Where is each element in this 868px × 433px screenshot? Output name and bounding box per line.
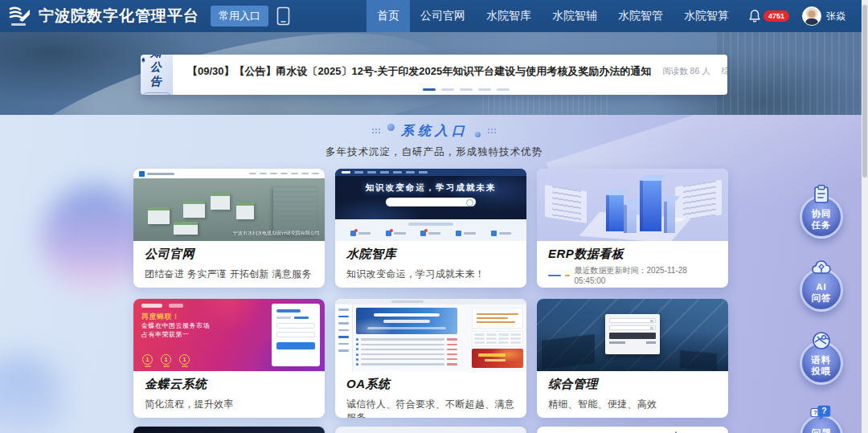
kingdee-banner-line: 占有率荣获第一 [141,331,190,338]
notice-carousel-dots [423,88,510,91]
kingdee-login-panel [272,304,320,366]
card-title: 水院智库 [346,247,515,262]
dash-decor [565,275,571,276]
float-button-corpus-feed[interactable]: 语料 投喂 [794,329,849,385]
float-button-label: 问题 [812,427,832,433]
clipboard-icon [810,183,833,206]
float-button-collab-tasks[interactable]: 协同 任务 [794,183,849,239]
dash-decor [548,275,561,276]
nav-item-home[interactable]: 首页 [366,0,410,32]
notice-more-button[interactable]: 更多 [141,92,173,95]
carousel-dot[interactable] [423,88,436,91]
announcement-read-count: 阅读数 86 人 [662,66,710,77]
background-blob-2 [0,356,64,433]
card-title: 综合管理 [548,377,717,392]
card-comprehensive-management[interactable]: 综合管理 精细、智能、便捷、高效 [537,299,728,418]
float-button-label: 语料 [812,354,832,366]
medal-icon: 1 [161,354,171,365]
card-description: 知识改变命运，学习成就未来！ [346,268,515,281]
erp-update-time-row: 最近数据更新时间：2025-11-28 05:45:00 [548,265,717,285]
nav-item-company-site[interactable]: 公司官网 [410,0,476,32]
notice-title: 通知公告 [150,55,173,89]
nav-item-thinktank[interactable]: 水院智库 [476,0,542,32]
float-button-ai-qa[interactable]: AI 问答 [794,256,849,312]
dot-grid-decor [487,128,497,135]
card-title: 金蝶云系统 [145,377,313,392]
svg-text:?: ? [813,409,817,416]
next-row-card-tops [133,427,728,433]
page: 宁波院数字化管理平台 常用入口 首页 公司官网 水院智库 水院智辅 水院智管 水… [0,0,868,433]
logo-icon [8,4,32,28]
page-scrollbar[interactable] [862,0,868,433]
float-button-label: AI [816,281,827,292]
card-title: OA系统 [346,377,515,392]
main-content: 系统入口 多年技术沉淀，自研产品，形成独特技术优势 宁波市水利水电规划设计研究院… [0,115,868,433]
app-title: 宁波院数字化管理平台 [39,6,199,27]
notification-badge: 4751 [764,10,789,22]
card-stub[interactable] [133,427,325,433]
nav-item-compute[interactable]: 水院智算 [674,0,739,32]
card-thumbnail-kingdee: 再度蝉联！ 金蝶在中国云服务市场 占有率荣获第一 1 1 1 [133,299,325,371]
logo[interactable]: 宁波院数字化管理平台 [8,4,199,28]
nav-item-assist[interactable]: 水院智辅 [542,0,608,32]
card-company-website[interactable]: 宁波市水利水电规划设计研究院有限公司 公司官网 团结奋进 务实严谨 开拓创新 满… [133,169,325,288]
card-description: 简化流程，提升效率 [145,398,313,411]
deco-ball [387,124,395,131]
scrollbar-thumb[interactable] [862,5,867,178]
deco-ball [475,132,481,137]
medal-icon: 1 [142,354,153,365]
notice-body: 【09/30】【公告】甬水设〔2025〕12号-关于印发2025年知识平台建设与… [173,55,727,95]
thumbnail-search-bar [386,198,476,206]
card-kingdee-cloud[interactable]: 再度蝉联！ 金蝶在中国云服务市场 占有率荣获第一 1 1 1 [133,299,325,418]
section-subtitle: 多年技术沉淀，自研产品，形成独特技术优势 [0,145,868,159]
question-bubble-icon: ? ? [810,402,833,425]
carousel-dot[interactable] [478,88,491,91]
quick-entry-button[interactable]: 常用入口 [211,6,268,27]
carousel-dot[interactable] [497,88,510,91]
card-thinktank[interactable]: 知识改变命运，学习成就未来 水院智库 [335,169,526,288]
card-erp-dashboard[interactable]: ERP数据看板 最近数据更新时间：2025-11-28 05:45:00 洞察经… [537,169,728,288]
card-stub[interactable] [537,427,728,433]
card-description: 诚信待人、符合要求、不断超越、满意服务 [346,398,515,418]
svg-text:?: ? [821,406,826,415]
card-description: 精细、智能、便捷、高效 [548,398,717,411]
notice-bell-icon [141,55,146,66]
card-description: 团结奋进 务实严谨 开拓创新 满意服务 [145,268,313,281]
mobile-phone-icon[interactable] [276,6,290,26]
ai-cloud-icon [810,256,833,279]
notice-header: 通知公告 更多 [141,55,173,95]
username: 张焱 [826,10,845,23]
thumbnail-banner-text: 知识改变命运，学习成就未来 [335,182,526,194]
corpus-feed-icon [810,329,833,352]
float-button-label: 投喂 [812,366,832,377]
system-card-grid: 宁波市水利水电规划设计研究院有限公司 公司官网 团结奋进 务实严谨 开拓创新 满… [133,169,728,418]
card-thumbnail-management [537,299,728,371]
dot-grid-decor [371,128,381,135]
announcement-department: 综合部 [722,66,727,77]
section-header: 系统入口 多年技术沉淀，自研产品，形成独特技术优势 [0,123,868,159]
floating-action-buttons: 协同 任务 AI 问答 [794,183,849,433]
notifications-button[interactable]: 4751 [747,9,789,23]
float-button-label: 任务 [812,219,832,231]
background-blob [42,186,148,292]
avatar [802,6,821,26]
erp-update-time: 最近数据更新时间：2025-11-28 05:45:00 [574,265,717,285]
top-navbar: 宁波院数字化管理平台 常用入口 首页 公司官网 水院智库 水院智辅 水院智管 水… [0,0,868,32]
float-button-issue-collect[interactable]: ? ? 问题 收集 [794,402,849,433]
carousel-dot[interactable] [460,88,473,91]
notice-bar: 通知公告 更多 【09/30】【公告】甬水设〔2025〕12号-关于印发2025… [141,55,727,95]
card-thumbnail-oa [335,299,526,371]
card-stub[interactable] [335,427,526,433]
card-title: ERP数据看板 [548,247,717,262]
kingdee-banner-line: 金蝶在中国云服务市场 [141,322,210,329]
card-thumbnail-erp [537,169,728,241]
carousel-dot[interactable] [441,88,454,91]
medal-icon: 1 [179,354,190,365]
user-menu[interactable]: 张焱 [802,6,845,26]
card-thumbnail-company-website: 宁波市水利水电规划设计研究院有限公司 [133,169,325,241]
nav-item-manage[interactable]: 水院智管 [608,0,674,32]
card-oa-system[interactable]: OA系统 诚信待人、符合要求、不断超越、满意服务 [335,299,526,418]
float-button-label: 协同 [812,208,832,219]
main-nav: 首页 公司官网 水院智库 水院智辅 水院智管 水院智算 4751 张焱 [366,0,857,32]
announcement-link[interactable]: 【09/30】【公告】甬水设〔2025〕12号-关于印发2025年知识平台建设与… [187,64,651,79]
